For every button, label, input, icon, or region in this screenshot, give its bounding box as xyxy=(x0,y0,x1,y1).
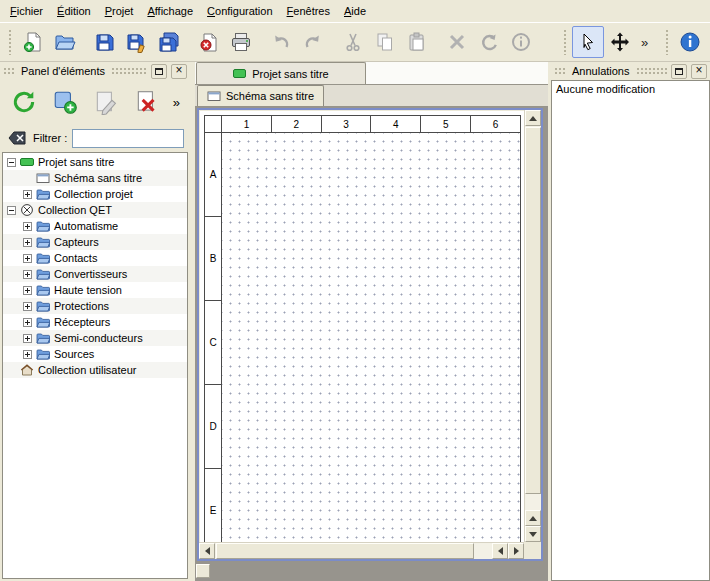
pan-mode-button[interactable] xyxy=(604,26,636,58)
menu-fenetres[interactable]: Fenêtres xyxy=(280,2,337,20)
horizontal-scroll-thumb[interactable] xyxy=(216,543,474,559)
elements-panel-titlebar[interactable]: Panel d'éléments xyxy=(0,62,190,80)
close-icon xyxy=(175,65,184,77)
tree-item-automatisme[interactable]: Automatisme xyxy=(3,218,187,234)
tree-item-sources[interactable]: Sources xyxy=(3,346,187,362)
horizontal-scrollbar[interactable] xyxy=(199,542,524,559)
tree-item-label: Haute tension xyxy=(54,284,126,296)
tree-item-semi-conducteurs[interactable]: Semi-conducteurs xyxy=(3,330,187,346)
about-button[interactable] xyxy=(674,26,706,58)
toolbar-handle[interactable] xyxy=(563,29,568,55)
tab-schema-sans-titre[interactable]: Schéma sans titre xyxy=(197,85,324,106)
scroll-left-button[interactable] xyxy=(199,543,215,559)
clear-filter-button[interactable] xyxy=(6,128,28,148)
expand-icon[interactable] xyxy=(23,302,32,311)
expand-icon[interactable] xyxy=(23,318,32,327)
scroll-up-button[interactable] xyxy=(525,510,541,526)
scroll-up-button[interactable] xyxy=(525,110,541,126)
dock-grip xyxy=(111,67,147,75)
open-button[interactable] xyxy=(49,26,81,58)
save-all-button[interactable] xyxy=(153,26,185,58)
delete-element-button[interactable] xyxy=(130,85,164,119)
toolbar-overflow-button[interactable]: » xyxy=(636,35,653,50)
mdi-area: Projet sans titre Schéma sans titre 1 2 … xyxy=(195,62,548,581)
copy-button[interactable] xyxy=(369,26,401,58)
tree-item-convertisseurs[interactable]: Convertisseurs xyxy=(3,266,187,282)
tree-item-protections[interactable]: Protections xyxy=(3,298,187,314)
paste-button[interactable] xyxy=(401,26,433,58)
rotate-button[interactable] xyxy=(473,26,505,58)
menu-configuration[interactable]: Configuration xyxy=(200,2,279,20)
expand-icon[interactable] xyxy=(23,190,32,199)
tree-item-collection-utilisateur[interactable]: Collection utilisateur xyxy=(3,362,187,378)
row-header: A B C D E xyxy=(205,133,222,542)
elements-tree[interactable]: Projet sans titre Schéma sans titre Coll… xyxy=(2,152,188,579)
expand-icon[interactable] xyxy=(23,254,32,263)
expand-icon[interactable] xyxy=(23,222,32,231)
scroll-down-button[interactable] xyxy=(525,526,541,542)
save-as-button[interactable] xyxy=(121,26,153,58)
new-document-button[interactable] xyxy=(17,26,49,58)
dock-float-button[interactable] xyxy=(151,64,167,79)
scroll-left-button[interactable] xyxy=(492,543,508,559)
dock-close-button[interactable] xyxy=(691,64,707,79)
collapse-icon[interactable] xyxy=(7,158,16,167)
schema-canvas[interactable]: 1 2 3 4 5 6 A B C D E xyxy=(200,111,524,542)
tree-item-capteurs[interactable]: Capteurs xyxy=(3,234,187,250)
undo-dock-titlebar[interactable]: Annulations xyxy=(551,62,710,80)
filter-input[interactable] xyxy=(72,129,184,148)
menu-edition[interactable]: Édition xyxy=(50,2,98,20)
tree-item-collection-qet[interactable]: Collection QET xyxy=(3,202,187,218)
new-element-button[interactable] xyxy=(48,85,82,119)
tree-item-label: Schéma sans titre xyxy=(54,172,146,184)
edit-element-button[interactable] xyxy=(89,85,123,119)
expand-icon[interactable] xyxy=(23,238,32,247)
menu-fichier[interactable]: Fichier xyxy=(3,2,50,20)
panel-toolbar-overflow-button[interactable]: » xyxy=(173,95,183,110)
tree-item-recepteurs[interactable]: Récepteurs xyxy=(3,314,187,330)
vertical-scrollbar[interactable] xyxy=(524,110,541,542)
dot-grid[interactable] xyxy=(222,133,520,542)
reload-collections-button[interactable] xyxy=(7,85,41,119)
arrow-left-icon xyxy=(498,547,503,555)
print-button[interactable] xyxy=(225,26,257,58)
tree-item-contacts[interactable]: Contacts xyxy=(3,250,187,266)
expand-icon[interactable] xyxy=(23,350,32,359)
undo-history-list[interactable]: Aucune modification xyxy=(551,80,710,581)
save-button[interactable] xyxy=(89,26,121,58)
menu-affichage[interactable]: Affichage xyxy=(140,2,200,20)
undo-dock-title: Annulations xyxy=(570,65,632,77)
tree-item-projet-sans-titre[interactable]: Projet sans titre xyxy=(3,154,187,170)
save-as-icon xyxy=(126,31,148,53)
cut-button[interactable] xyxy=(337,26,369,58)
tree-item-schema-sans-titre[interactable]: Schéma sans titre xyxy=(3,170,187,186)
column-header-cell: 5 xyxy=(420,116,470,132)
toolbar-handle[interactable] xyxy=(8,29,13,55)
element-info-button[interactable] xyxy=(505,26,537,58)
collapse-icon[interactable] xyxy=(7,206,16,215)
dock-close-button[interactable] xyxy=(171,64,187,79)
undo-button[interactable] xyxy=(265,26,297,58)
close-file-button[interactable] xyxy=(193,26,225,58)
redo-button[interactable] xyxy=(297,26,329,58)
tab-projet-sans-titre[interactable]: Projet sans titre xyxy=(196,62,366,84)
tree-item-collection-projet[interactable]: Collection projet xyxy=(3,186,187,202)
scroll-right-button[interactable] xyxy=(508,543,524,559)
vertical-scroll-thumb[interactable] xyxy=(525,127,541,494)
schema-icon xyxy=(36,171,50,185)
tree-item-label: Protections xyxy=(54,300,113,312)
project-icon xyxy=(233,69,246,78)
select-mode-button[interactable] xyxy=(572,26,604,58)
expand-icon[interactable] xyxy=(23,334,32,343)
expand-icon[interactable] xyxy=(23,270,32,279)
dock-float-button[interactable] xyxy=(671,64,687,79)
menu-projet[interactable]: Projet xyxy=(98,2,141,20)
delete-button[interactable] xyxy=(441,26,473,58)
toolbar-handle[interactable] xyxy=(665,29,670,55)
tree-item-haute-tension[interactable]: Haute tension xyxy=(3,282,187,298)
menu-aide[interactable]: Aide xyxy=(337,2,373,20)
resize-grip[interactable] xyxy=(196,564,210,578)
folder-icon xyxy=(36,347,50,361)
open-folder-icon xyxy=(54,31,76,53)
expand-icon[interactable] xyxy=(23,286,32,295)
